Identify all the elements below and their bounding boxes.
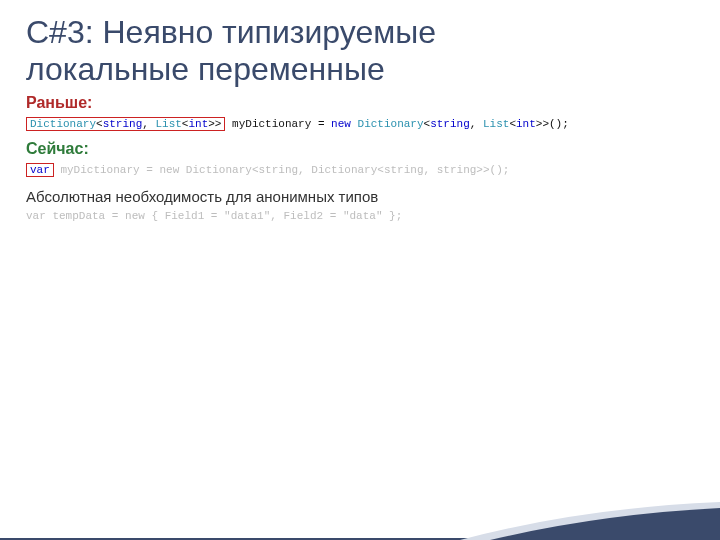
code-before: Dictionary<string, List<int>> myDictiona…: [26, 114, 694, 134]
highlight-old-type: Dictionary<string, List<int>>: [26, 117, 225, 131]
faded-code-now: myDictionary = new Dictionary<string, Di…: [54, 164, 510, 176]
title-line-1: C#3: Неявно типизируемые: [26, 14, 436, 50]
section-note-heading: Абсолютная необходимость для анонимных т…: [26, 188, 694, 205]
highlight-var-keyword: var: [26, 163, 54, 177]
code-now: var myDictionary = new Dictionary<string…: [26, 160, 694, 180]
slide: C#3: Неявно типизируемые локальные перем…: [0, 0, 720, 540]
code-anon: var tempData = new { Field1 = "data1", F…: [26, 207, 694, 225]
swoosh-icon: [460, 500, 720, 540]
title-line-2: локальные переменные: [26, 51, 385, 87]
footer-decoration: [0, 516, 720, 540]
section-before-heading: Раньше:: [26, 94, 694, 112]
slide-title: C#3: Неявно типизируемые локальные перем…: [26, 14, 694, 88]
section-now-heading: Сейчас:: [26, 140, 694, 158]
